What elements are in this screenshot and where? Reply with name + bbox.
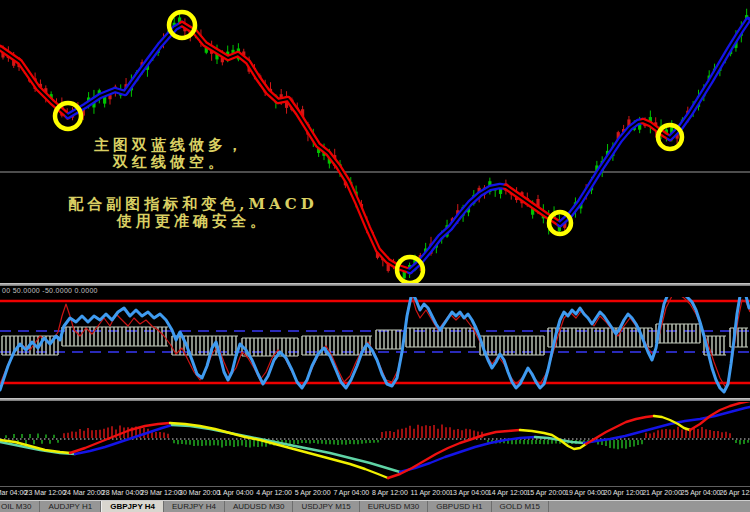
time-axis-label: 24 Mar 20:00 (63, 489, 104, 496)
annotation-line: 使用更准确安全。 (48, 213, 338, 230)
chart-tab-eurjpy-h4[interactable]: EURJPY H4 (164, 501, 225, 512)
mt4-terminal-window: 00 50.0000 -50.0000 0.0000 主图双蓝线做多， 双红线做… (0, 0, 750, 512)
time-axis-label: 15 Apr 20:00 (526, 489, 566, 496)
chart-tab-gbpjpy-h4[interactable]: GBPJPY H4 (101, 501, 164, 512)
annotation-trade-direction: 主图双蓝线做多， 双红线做空。 (55, 137, 285, 171)
time-axis-label: 8 Apr 12:00 (372, 489, 408, 496)
chart-tab-audusd-m30[interactable]: AUDUSD M30 (225, 501, 294, 512)
annotation-line: 双红线做空。 (55, 154, 285, 171)
macd-slow-line-teal (172, 425, 400, 472)
chart-tab-oil-m30[interactable]: OIL M30 (0, 501, 40, 512)
time-axis-label: 4 Apr 12:00 (256, 489, 292, 496)
time-axis-label: 22 Mar 04:00 (0, 489, 27, 496)
chart-tab-usdjpy-m15[interactable]: USDJPY M15 (293, 501, 359, 512)
annotation-line: 主图双蓝线做多， (55, 137, 285, 154)
oscillator-signal-line (0, 294, 750, 388)
time-axis-label: 11 Apr 20:00 (411, 489, 450, 496)
time-axis-label: 30 Mar 20:00 (179, 489, 220, 496)
time-axis-label: 19 Apr 04:00 (565, 489, 605, 496)
time-axis-label: 28 Mar 04:00 (102, 489, 143, 496)
time-axis-label: 23 Mar 12:00 (25, 489, 66, 496)
time-axis[interactable]: 22 Mar 04:0023 Mar 12:0024 Mar 20:0028 M… (0, 487, 750, 500)
time-axis-label: 5 Apr 20:00 (295, 489, 331, 496)
time-axis-label: 21 Apr 20:00 (642, 489, 682, 496)
time-axis-label: 29 Mar 12:00 (140, 489, 181, 496)
time-axis-label: 14 Apr 12:00 (488, 489, 528, 496)
oscillator-values-label: 00 50.0000 -50.0000 0.0000 (2, 287, 98, 297)
chart-tabs-bar: OIL M30AUDJPY H1GBPJPY H4EURJPY H4AUDUSD… (0, 500, 750, 512)
macd-panel[interactable] (0, 401, 750, 478)
time-axis-label: 1 Apr 04:00 (218, 489, 254, 496)
charts-canvas[interactable] (0, 0, 750, 512)
time-axis-label: 20 Apr 12:00 (604, 489, 644, 496)
trend-ma-blue-segment (68, 24, 182, 116)
chart-tab-gbpusd-h1[interactable]: GBPUSD H1 (428, 501, 491, 512)
panel-separator[interactable] (0, 283, 750, 286)
time-axis-label: 25 Apr 04:00 (681, 489, 721, 496)
chart-tab-eurusd-m30[interactable]: EURUSD M30 (360, 501, 429, 512)
oscillator-panel[interactable] (0, 290, 750, 392)
time-axis-label: 7 Apr 04:00 (333, 489, 369, 496)
macd-fast-line-yellow (0, 440, 70, 453)
chart-tab-gold-m15[interactable]: GOLD M15 (492, 501, 549, 512)
chart-tab-audjpy-h1[interactable]: AUDJPY H1 (40, 501, 101, 512)
time-axis-label: 13 Apr 04:00 (449, 489, 489, 496)
time-axis-label: 26 Apr 12:00 (719, 489, 750, 496)
annotation-indicator-advice: 配合副图指标和变色,MACD 使用更准确安全。 (48, 196, 338, 230)
macd-slow-line-blue (584, 407, 750, 443)
macd-fast-line-yellow (170, 423, 388, 478)
annotation-line: 配合副图指标和变色,MACD (48, 196, 338, 213)
panel-separator[interactable] (0, 398, 750, 401)
macd-slow-line-blue (400, 437, 535, 472)
